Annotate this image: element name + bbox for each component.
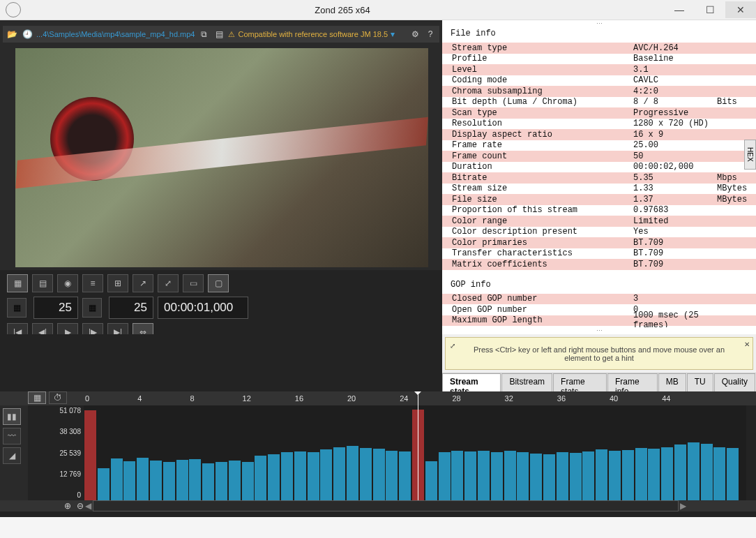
info-panel[interactable]: File infoStream typeAVC/H.264ProfileBase…: [442, 24, 756, 327]
frame-bar[interactable]: [84, 410, 96, 500]
mode-blocks-button[interactable]: ⊞: [107, 274, 128, 292]
frame-bar[interactable]: [373, 449, 385, 500]
frame-bar[interactable]: [111, 458, 123, 500]
frame-bar[interactable]: [582, 451, 594, 500]
frame-bar[interactable]: [425, 461, 437, 500]
frame-bar[interactable]: [504, 451, 516, 500]
tab-stream-stats[interactable]: Stream stats: [442, 373, 501, 391]
frame-bar[interactable]: [661, 447, 673, 500]
timeline-ruler[interactable]: ▦ ⏱ 048121620242832364044: [0, 391, 756, 405]
frame-bar[interactable]: [347, 446, 358, 500]
maximize-button[interactable]: ☐: [695, 1, 725, 18]
info-row: Color primariesBT.709: [442, 237, 756, 248]
frame-bar[interactable]: [530, 454, 542, 500]
frame-bar[interactable]: [451, 451, 463, 500]
minimize-button[interactable]: —: [664, 1, 695, 18]
frame-bar[interactable]: [123, 461, 135, 500]
zoom-in-icon[interactable]: ⊕: [61, 500, 74, 512]
settings-icon[interactable]: ⚙: [409, 28, 421, 40]
video-preview[interactable]: [15, 48, 428, 267]
ruler-time-button[interactable]: ⏱: [49, 391, 67, 404]
frame-bar[interactable]: [242, 462, 254, 500]
frame-bar[interactable]: [216, 462, 227, 500]
frame-bar[interactable]: [478, 451, 490, 500]
tab-bitstream[interactable]: Bitstream: [501, 373, 552, 391]
frame-bar[interactable]: [176, 460, 188, 500]
tab-mb[interactable]: MB: [658, 373, 686, 391]
timeline-panel: ▦ ⏱ 048121620242832364044 ▮▮ 〰 ◢ 51 0783…: [0, 391, 756, 517]
frame-bar[interactable]: [360, 448, 372, 500]
frame-bar[interactable]: [648, 449, 660, 500]
frame-bar[interactable]: [622, 450, 634, 500]
timeline-scrollbar[interactable]: [93, 500, 679, 511]
frame-bar[interactable]: [320, 449, 332, 500]
file-path[interactable]: ...4\Samples\Media\mp4\sample_mp4_hd.mp4: [36, 30, 195, 38]
frame-bar[interactable]: [688, 442, 700, 500]
frame-bar[interactable]: [557, 452, 568, 500]
frame-bar[interactable]: [399, 451, 411, 500]
mode-color-button[interactable]: ◉: [57, 274, 78, 292]
mode-fullframe-button[interactable]: ▢: [208, 274, 229, 292]
ruler-frames-button[interactable]: ▦: [28, 391, 46, 404]
frame-number-2[interactable]: 25: [109, 297, 153, 319]
doc-icon[interactable]: ▤: [213, 28, 225, 40]
copy-icon[interactable]: ⧉: [197, 28, 210, 40]
frame-bar[interactable]: [609, 451, 621, 500]
frame-number-1[interactable]: 25: [33, 297, 78, 319]
frame-bar[interactable]: [268, 454, 280, 500]
open-folder-icon[interactable]: 📂: [6, 28, 18, 40]
close-button[interactable]: ✕: [725, 1, 756, 18]
frame-bar[interactable]: [98, 468, 109, 500]
help-icon[interactable]: ?: [424, 28, 437, 40]
frame-bar[interactable]: [517, 452, 529, 500]
hex-tab[interactable]: HEX: [744, 140, 756, 170]
frame-bar[interactable]: [137, 458, 149, 500]
frame-bar[interactable]: [281, 452, 293, 500]
mode-grid-button[interactable]: ▤: [32, 274, 53, 292]
tab-frame-info[interactable]: Frame info: [607, 373, 658, 391]
frame-bar[interactable]: [570, 453, 582, 500]
scroll-right-icon[interactable]: ▶: [680, 501, 686, 511]
info-row: Level3.1: [442, 64, 756, 75]
top-toolbar: 📂 🕘 ...4\Samples\Media\mp4\sample_mp4_hd…: [3, 26, 439, 43]
tab-tu[interactable]: TU: [687, 373, 713, 391]
playhead-cursor[interactable]: [418, 393, 418, 500]
info-row: Transfer characteristicsBT.709: [442, 248, 756, 260]
frame-bar[interactable]: [543, 454, 555, 500]
info-row: ProfileBaseline: [442, 54, 756, 65]
mode-vector-button[interactable]: ⤢: [158, 274, 179, 292]
chart-bar-button[interactable]: ▮▮: [3, 408, 21, 425]
zoom-out-icon[interactable]: ⊖: [74, 500, 86, 512]
frame-bar[interactable]: [464, 451, 476, 500]
timecode[interactable]: 00:00:01,000: [158, 297, 248, 319]
frame-bar[interactable]: [635, 448, 647, 500]
frame-bar[interactable]: [701, 444, 713, 500]
tab-frame-stats[interactable]: Frame stats: [553, 373, 607, 391]
mode-overlay-button[interactable]: ▭: [183, 274, 204, 292]
mode-frame-button[interactable]: ▦: [7, 274, 28, 292]
frame-bar[interactable]: [439, 452, 451, 500]
frame-bar[interactable]: [596, 449, 607, 500]
chart-area-button[interactable]: ◢: [3, 447, 21, 464]
frame-bar[interactable]: [150, 461, 162, 500]
frame-bar[interactable]: [229, 461, 241, 500]
frame-bar[interactable]: [189, 459, 201, 500]
frame-bar[interactable]: [163, 462, 175, 500]
frame-bar[interactable]: [386, 451, 398, 500]
frame-bar[interactable]: [308, 452, 319, 500]
mode-lines-button[interactable]: ≡: [82, 274, 103, 292]
timeline-chart[interactable]: [84, 405, 746, 500]
frame-bar[interactable]: [202, 463, 214, 500]
frame-bar[interactable]: [713, 447, 725, 500]
hint-close-icon[interactable]: ✕: [744, 341, 750, 348]
frame-bar[interactable]: [491, 452, 503, 500]
frame-bar[interactable]: [255, 456, 266, 500]
frame-bar[interactable]: [674, 444, 686, 500]
mode-motion-button[interactable]: ↗: [133, 274, 153, 292]
frame-bar[interactable]: [727, 448, 739, 500]
chart-line-button[interactable]: 〰: [3, 428, 21, 444]
recent-icon[interactable]: 🕘: [21, 28, 33, 40]
frame-bar[interactable]: [294, 451, 306, 500]
frame-bar[interactable]: [333, 447, 345, 500]
tab-quality[interactable]: Quality: [714, 373, 755, 391]
